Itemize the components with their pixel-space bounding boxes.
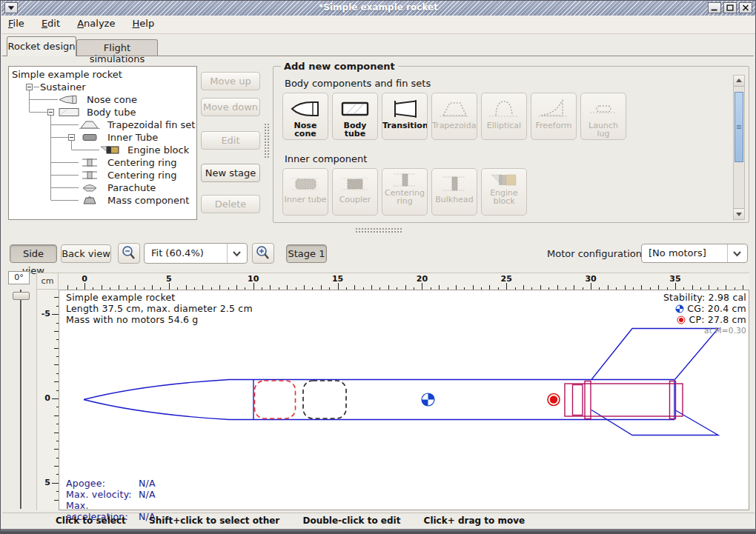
- statusbar-divider: [2, 513, 755, 513]
- collapse-toggle-icon[interactable]: [68, 134, 75, 141]
- inner-components: [565, 381, 683, 419]
- cp-legend-icon: [677, 316, 686, 324]
- title-bar[interactable]: *Simple example rocket: [1, 1, 755, 16]
- body-tube-icon: [338, 97, 372, 121]
- combo-arrow: [727, 244, 747, 262]
- component-panel-scrollbar[interactable]: [733, 75, 745, 220]
- menu-help[interactable]: Help: [126, 16, 162, 29]
- ruler-label: 35: [669, 274, 680, 284]
- move-up-button[interactable]: Move up: [201, 72, 260, 90]
- lower-fin: [591, 410, 718, 435]
- cg-value: CG: 20.4 cm: [687, 303, 746, 314]
- add-freeform-fin-button[interactable]: Freeform: [531, 93, 577, 140]
- add-trapezoidal-fin-button[interactable]: Trapezoidal: [431, 93, 477, 140]
- add-nose-cone-button[interactable]: Nose cone: [282, 93, 328, 140]
- add-component-title: Add new component: [281, 61, 398, 72]
- transition-icon: [388, 97, 422, 121]
- openrocket-window: *Simple example rocket File Edit Analyze…: [0, 0, 756, 534]
- elliptical-fin-icon: [487, 97, 521, 121]
- menu-file[interactable]: File: [1, 16, 31, 29]
- tree-row-centering-ring-1[interactable]: Centering ring: [9, 156, 196, 169]
- add-bulkhead-button[interactable]: Bulkhead: [431, 168, 477, 216]
- ruler-tick: [52, 483, 59, 484]
- tree-row-body-tube[interactable]: Body tube: [9, 106, 196, 119]
- tree-row-engine-block[interactable]: Engine block: [9, 144, 196, 156]
- trapezoidal-fin-icon: [437, 97, 471, 121]
- ruler-tick: [506, 283, 507, 290]
- component-tree[interactable]: Simple example rocket Sustainer Nose con…: [8, 66, 197, 220]
- motor-configuration-value: [No motors]: [649, 247, 706, 258]
- vertical-ruler: -505: [36, 290, 59, 510]
- menu-edit[interactable]: Edit: [35, 16, 67, 29]
- add-body-tube-button[interactable]: Body tube: [332, 93, 378, 140]
- ruler-label: 0: [82, 274, 87, 284]
- tree-row-rocket[interactable]: Simple example rocket: [9, 68, 196, 81]
- ruler-tick: [675, 283, 676, 290]
- zoom-level-value: Fit (60.4%): [151, 247, 204, 258]
- add-elliptical-fin-button[interactable]: Elliptical: [481, 93, 527, 140]
- tree-row-mass-component[interactable]: Mass component: [9, 194, 196, 207]
- new-stage-button[interactable]: New stage: [201, 164, 260, 182]
- zoom-in-button[interactable]: [252, 243, 274, 264]
- parachute-icon: [79, 183, 102, 193]
- minimize-button[interactable]: [708, 2, 721, 13]
- edit-button[interactable]: Edit: [201, 131, 260, 150]
- tree-row-trapezoidal-fin-set[interactable]: Trapezoidal fin set: [9, 119, 196, 131]
- tree-label: Engine block: [127, 144, 189, 156]
- delete-button[interactable]: Delete: [201, 195, 260, 213]
- max-velocity-value: N/A: [139, 489, 156, 500]
- scroll-up-button[interactable]: [734, 76, 744, 87]
- rotation-slider-track[interactable]: [20, 290, 22, 509]
- rotation-angle-field[interactable]: 0°: [8, 271, 30, 284]
- inner-component-label: Inner component: [285, 153, 367, 164]
- vertical-splitter-handle[interactable]: [264, 123, 271, 158]
- coupler-icon: [338, 173, 372, 195]
- back-view-toggle[interactable]: Back view: [61, 244, 111, 263]
- add-inner-tube-button[interactable]: Inner tube: [282, 168, 328, 216]
- tree-label: Trapezoidal fin set: [107, 119, 195, 130]
- collapse-toggle-icon[interactable]: [47, 109, 54, 116]
- ruler-label: 20: [417, 274, 428, 284]
- motor-configuration-select[interactable]: [No motors]: [641, 244, 748, 263]
- stage-1-toggle[interactable]: Stage 1: [286, 244, 327, 263]
- collapse-toggle-icon[interactable]: [26, 84, 33, 90]
- tab-flight-simulations[interactable]: Flight simulations: [76, 39, 158, 56]
- close-button[interactable]: [739, 2, 752, 13]
- tree-label: Centering ring: [107, 170, 176, 181]
- maximize-button[interactable]: [723, 2, 737, 13]
- body-tube-icon: [58, 107, 82, 117]
- rotation-slider-knob[interactable]: [13, 292, 30, 300]
- side-view-toggle[interactable]: Side view: [10, 244, 57, 263]
- add-coupler-button[interactable]: Coupler: [332, 168, 378, 216]
- scrollbar-thumb[interactable]: [735, 92, 743, 162]
- add-centering-ring-button[interactable]: Centering ring: [382, 168, 428, 216]
- mass-component-outline: [303, 381, 346, 418]
- nose-body-top-line: [84, 380, 674, 400]
- status-bar: Click to select Shift+click to select ot…: [56, 515, 545, 526]
- horizontal-splitter-handle[interactable]: [355, 227, 402, 234]
- zoom-out-button[interactable]: [118, 243, 140, 264]
- body-components-label: Body components and fin sets: [285, 78, 431, 89]
- tree-row-parachute[interactable]: Parachute: [9, 181, 196, 194]
- tab-rocket-design[interactable]: Rocket design: [7, 36, 76, 56]
- engine-block: [573, 385, 583, 415]
- tree-row-inner-tube[interactable]: Inner Tube: [9, 131, 196, 144]
- hint-double-click: Double-click to edit: [302, 515, 400, 526]
- mach-condition: at M=0.30: [704, 325, 746, 336]
- stability-value: Stability: 2.98 cal: [663, 292, 746, 303]
- tree-row-sustainer[interactable]: Sustainer: [9, 81, 196, 93]
- launch-lug-icon: [586, 97, 620, 121]
- add-engine-block-button[interactable]: Engine block: [481, 168, 527, 216]
- nose-cone-icon: [288, 97, 322, 121]
- maximize-icon: [724, 3, 736, 13]
- tree-row-centering-ring-2[interactable]: Centering ring: [9, 169, 196, 181]
- move-down-button[interactable]: Move down: [201, 98, 260, 116]
- add-launch-lug-button[interactable]: Launch lug: [580, 93, 626, 140]
- parachute-outline: [255, 381, 296, 418]
- tree-row-nose-cone[interactable]: Nose cone: [9, 93, 196, 106]
- menu-analyze[interactable]: Analyze: [70, 16, 122, 29]
- arrow-down-icon: [734, 209, 744, 219]
- add-transition-button[interactable]: Transition: [382, 93, 428, 140]
- zoom-level-select[interactable]: Fit (60.4%): [144, 243, 248, 264]
- scroll-down-button[interactable]: [734, 208, 744, 219]
